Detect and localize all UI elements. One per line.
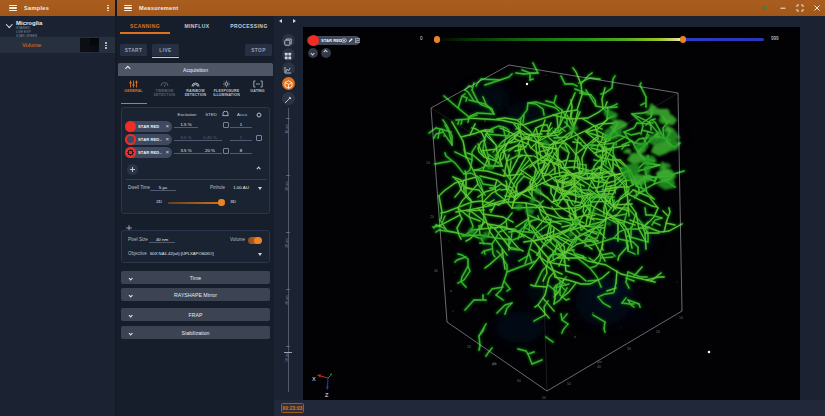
settings-checkbox[interactable] [256,135,262,141]
volume-list-item[interactable]: Volume [0,37,115,53]
scale-label: 10 [679,316,683,320]
sted-input[interactable]: 20 % [198,148,222,154]
accu-input[interactable]: 1 [230,135,252,141]
channel-color-circle[interactable] [125,121,136,132]
measure-pen-icon [284,90,292,108]
sample-item-microglia[interactable]: Microglia STAINED LIVE EXP STAR GREEN [0,18,115,37]
detector-checkbox[interactable] [223,122,229,128]
section-label: FRAP [121,312,270,318]
detector-checkbox[interactable] [223,148,229,154]
tab-scanning[interactable]: SCANNING [119,23,171,29]
samples-kebab-icon[interactable] [106,4,110,13]
pixel-size-label: Pixel Size [128,237,148,242]
scale-label: 30 [627,347,631,351]
viewer-tool-cube-3d[interactable] [282,77,295,90]
subtab-gating[interactable]: GATING [242,80,273,103]
nav-forward-arrow[interactable] [293,19,296,23]
gating-icon [242,80,273,89]
scale-unit-label: µm [597,360,602,364]
volume-toggle[interactable] [248,237,261,244]
z-ruler-tick [286,289,290,290]
section-time[interactable]: Time [121,271,270,284]
measurement-menu-icon[interactable] [124,4,132,12]
active-tab-underline [120,32,170,34]
remove-channel-icon[interactable]: × [166,150,169,154]
channel-color-circle[interactable] [125,134,136,145]
z-ruler-tick-label: 30 µm [285,234,289,252]
tab-processing[interactable]: PROCESSING [223,23,275,29]
subtab-label: GATING [242,89,273,93]
excitation-input[interactable]: 3.5 % [174,148,198,154]
objective-dropdown-caret[interactable] [258,253,262,256]
remove-channel-icon[interactable]: × [166,124,169,128]
channel-name: STAR RED.. [138,137,162,142]
status-led [763,6,767,10]
scale-label: 50 [567,382,571,386]
channel-table-card: Excitation STED Accu STAR RED × 1.5 % 1 … [121,107,270,214]
live-button[interactable]: LIVE [152,44,179,56]
measurement-titlebar: Measurement [117,0,825,16]
channel-color-circle[interactable] [125,147,136,158]
excitation-input[interactable]: 1.5 % [174,122,198,128]
table-collapse-chevron-icon[interactable] [257,168,260,171]
bright-speck-2 [708,351,711,354]
measurement-title: Measurement [139,5,178,11]
minimize-button[interactable] [779,4,787,12]
accu-input[interactable]: 8 [230,148,252,154]
dwell-time-label: Dwell Time [128,185,150,190]
scan-settings-card: Pixel Size 40 nm Volume Objective 60X NA… [121,230,270,263]
maximize-button[interactable] [796,4,804,12]
viewer-tool-measure-pen[interactable] [282,92,295,105]
section-label: RAYSHAPE Mirror [121,292,270,298]
z-ruler-tick [286,346,290,347]
section-stabilization[interactable]: Stabilization [121,326,270,339]
stop-button[interactable]: STOP [245,44,272,56]
flexposure-illumination-icon [211,80,242,89]
mode-slider-left-label: 2D [154,199,164,204]
channel-chip[interactable]: STAR RED.. × [125,147,172,158]
z-ruler-marker[interactable] [284,352,292,353]
pinhole-dropdown-caret[interactable] [258,187,262,190]
mode-slider-right-label: 3D [228,199,238,204]
remove-channel-icon[interactable]: × [166,137,169,141]
samples-menu-icon[interactable] [9,4,17,12]
volume-thumbnail[interactable] [80,38,99,52]
subtab-rainbow-detection[interactable]: RAINBOW DETECTION [180,80,211,103]
acquisition-header[interactable]: Acquisition [118,63,273,76]
subtab-timebow-detection[interactable]: TIMEBOW DETECTION [149,80,180,103]
col-accu: Accu [232,112,252,117]
accu-input[interactable]: 1 [230,122,252,128]
subtab-flexposure-illumination[interactable]: FLEXPOSURE ILLUMINATION [211,80,242,103]
sted-input[interactable]: 0.45 % [198,135,222,141]
active-subtab-underline [121,103,147,104]
settings-column-icon [256,112,262,118]
channel-chip[interactable]: STAR RED.. × [125,134,172,145]
add-channel-button[interactable] [127,164,138,175]
mode-slider-handle[interactable] [218,199,225,206]
dwell-time-input[interactable]: 5 µs [150,185,176,191]
pinhole-label: Pinhole [210,185,225,190]
volume-kebab-icon[interactable] [104,41,108,50]
close-button[interactable] [813,4,821,12]
sample-expand-chevron-icon[interactable] [7,21,12,26]
col-excitation: Excitation [172,112,202,117]
acquisition-title: Acquisition [118,67,273,73]
channel-chip[interactable]: STAR RED × [125,121,172,132]
nav-back-arrow[interactable] [279,19,282,23]
start-button[interactable]: START [120,44,147,56]
z-ruler-tick-label: 40 µm [285,291,289,309]
objective-select[interactable]: 60X NA1.42(oil) [UPLXAPO60XO] [150,251,250,256]
pixel-size-input[interactable]: 40 nm [149,237,175,243]
viewer-tool-histogram[interactable] [282,62,295,75]
tab-minflux[interactable]: MINFLUX [171,23,223,29]
section-rayshape-mirror[interactable]: RAYSHAPE Mirror [121,288,270,301]
section-frap[interactable]: FRAP [121,308,270,321]
viewer-bottom-strip [274,400,825,416]
volume-viewer[interactable]: STAR RED 0 999 [303,27,800,400]
col-sted: STED [200,112,222,117]
mode-slider-track[interactable] [168,202,224,204]
excitation-input[interactable]: 3.5 % [174,135,198,141]
pinhole-value[interactable]: 1.00 AU [228,185,254,190]
add-section-button[interactable] [125,218,133,226]
subtab-general[interactable]: GENERAL [118,80,149,103]
